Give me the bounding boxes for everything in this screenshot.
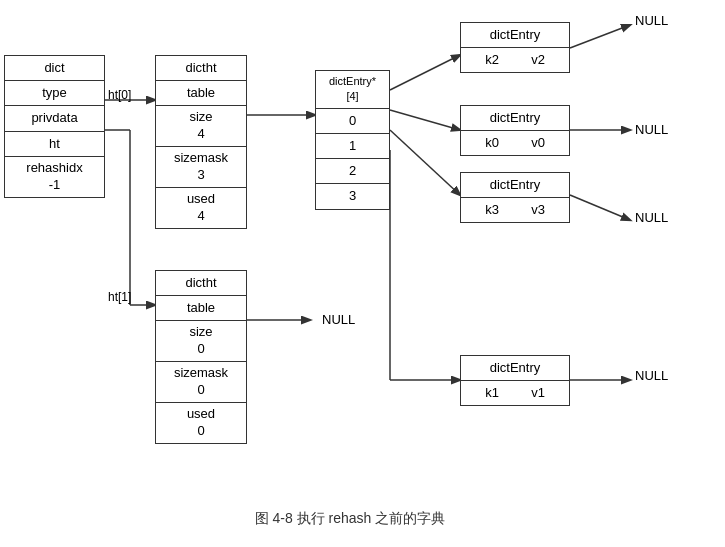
dictht0-box: dictht table size4 sizemask3 used4 bbox=[155, 55, 247, 229]
dictht1-sizemask: sizemask0 bbox=[156, 362, 246, 403]
null-k0: NULL bbox=[635, 122, 668, 137]
dict-privdata: privdata bbox=[5, 106, 104, 131]
svg-line-7 bbox=[390, 110, 460, 130]
v1: v1 bbox=[531, 384, 545, 402]
svg-line-13 bbox=[570, 195, 630, 220]
entry-k2v2-header: dictEntry bbox=[461, 23, 569, 48]
k0: k0 bbox=[485, 134, 499, 152]
array-label: dictEntry*[4] bbox=[316, 71, 389, 109]
ht1-label: ht[1] bbox=[108, 290, 131, 304]
entry-k0v0: dictEntry k0 v0 bbox=[460, 105, 570, 156]
entry-k2v2-kv: k2 v2 bbox=[461, 48, 569, 72]
dict-type: type bbox=[5, 81, 104, 106]
array-3: 3 bbox=[316, 184, 389, 208]
array-2: 2 bbox=[316, 159, 389, 184]
v2: v2 bbox=[531, 51, 545, 69]
entry-k3v3-header: dictEntry bbox=[461, 173, 569, 198]
array-1: 1 bbox=[316, 134, 389, 159]
dictht1-size: size0 bbox=[156, 321, 246, 362]
k3: k3 bbox=[485, 201, 499, 219]
dict-ht: ht bbox=[5, 132, 104, 157]
array-0: 0 bbox=[316, 109, 389, 134]
null-k1: NULL bbox=[635, 368, 668, 383]
null-table: NULL bbox=[322, 312, 355, 327]
array-box: dictEntry*[4] 0 1 2 3 bbox=[315, 70, 390, 210]
diagram: dict type privdata ht rehashidx-1 ht[0] … bbox=[0, 0, 725, 547]
dictht1-header: dictht bbox=[156, 271, 246, 296]
svg-line-6 bbox=[390, 55, 460, 90]
dictht0-size: size4 bbox=[156, 106, 246, 147]
k2: k2 bbox=[485, 51, 499, 69]
v0: v0 bbox=[531, 134, 545, 152]
entry-k0v0-header: dictEntry bbox=[461, 106, 569, 131]
entry-k3v3: dictEntry k3 v3 bbox=[460, 172, 570, 223]
caption: 图 4-8 执行 rehash 之前的字典 bbox=[150, 510, 550, 528]
dict-box: dict type privdata ht rehashidx-1 bbox=[4, 55, 105, 198]
dictht0-table: table bbox=[156, 81, 246, 106]
entry-k1v1-kv: k1 v1 bbox=[461, 381, 569, 405]
entry-k1v1: dictEntry k1 v1 bbox=[460, 355, 570, 406]
dictht0-sizemask: sizemask3 bbox=[156, 147, 246, 188]
entry-k3v3-kv: k3 v3 bbox=[461, 198, 569, 222]
svg-line-11 bbox=[570, 25, 630, 48]
entry-k1v1-header: dictEntry bbox=[461, 356, 569, 381]
entry-k2v2: dictEntry k2 v2 bbox=[460, 22, 570, 73]
ht0-label: ht[0] bbox=[108, 88, 131, 102]
dictht1-table: table bbox=[156, 296, 246, 321]
v3: v3 bbox=[531, 201, 545, 219]
dictht0-used: used4 bbox=[156, 188, 246, 228]
dictht1-used: used0 bbox=[156, 403, 246, 443]
null-k2: NULL bbox=[635, 13, 668, 28]
dictht0-header: dictht bbox=[156, 56, 246, 81]
entry-k0v0-kv: k0 v0 bbox=[461, 131, 569, 155]
dict-rehashidx: rehashidx-1 bbox=[5, 157, 104, 197]
dictht1-box: dictht table size0 sizemask0 used0 bbox=[155, 270, 247, 444]
null-k3: NULL bbox=[635, 210, 668, 225]
k1: k1 bbox=[485, 384, 499, 402]
svg-line-8 bbox=[390, 130, 460, 195]
dict-label: dict bbox=[5, 56, 104, 81]
